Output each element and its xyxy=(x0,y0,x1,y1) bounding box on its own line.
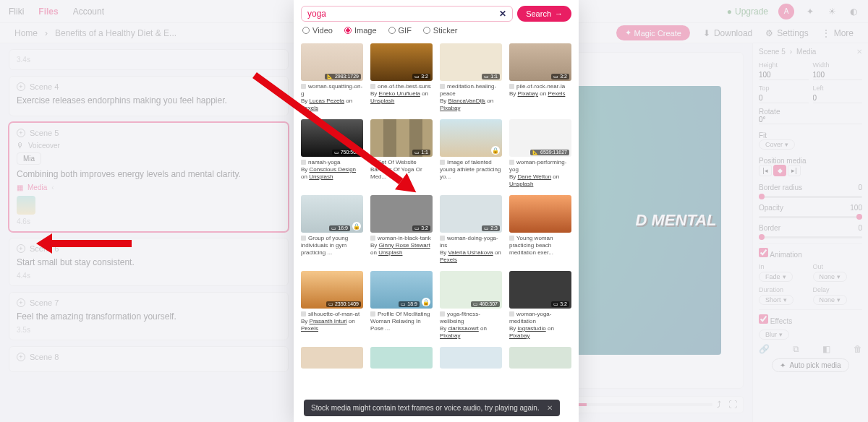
close-icon[interactable]: ✕ xyxy=(856,48,862,56)
layers-icon[interactable]: ◧ xyxy=(822,344,830,354)
magic-create-button[interactable]: ✦ Magic Create xyxy=(616,25,690,40)
scene-text: Exercise releases endorphins making you … xyxy=(17,95,281,106)
voice-chip[interactable]: Mia xyxy=(17,152,41,165)
scene-card-7[interactable]: +Scene 7 Feel the amazing transformation… xyxy=(9,292,289,340)
breadcrumb-home[interactable]: Home xyxy=(14,28,38,38)
add-icon[interactable]: + xyxy=(17,298,25,307)
result-item[interactable] xyxy=(370,347,433,369)
delay-select[interactable]: None ▾ xyxy=(813,295,848,305)
add-icon[interactable]: + xyxy=(17,244,25,253)
theme-icon[interactable]: ☀ xyxy=(826,6,838,17)
trash-icon[interactable]: 🗑 xyxy=(854,344,862,354)
scene-text[interactable]: Combining both improves energy levels an… xyxy=(17,169,281,179)
result-item[interactable] xyxy=(509,347,571,369)
upgrade-link[interactable]: ● Upgrade xyxy=(727,7,768,17)
add-icon[interactable]: + xyxy=(17,82,25,91)
out-label: Out xyxy=(813,263,863,270)
scene-card-8[interactable]: +Scene 8 xyxy=(9,346,289,372)
height-input[interactable] xyxy=(759,70,809,80)
share-icon[interactable]: ⤴ xyxy=(717,400,721,410)
border-label: Border xyxy=(759,224,780,232)
search-button[interactable]: Search → xyxy=(517,6,571,22)
fit-label: Fit xyxy=(759,132,862,139)
settings-button[interactable]: ⚙ Settings xyxy=(765,28,808,38)
result-item[interactable]: ▭ 750:503namah-yogaBy Conscious Design o… xyxy=(301,119,363,188)
tab-video[interactable]: Video xyxy=(302,26,333,35)
result-item[interactable] xyxy=(301,347,363,369)
snackbar: Stock media might contain text frames or… xyxy=(304,400,560,416)
scene-card-prev[interactable]: 3.4s xyxy=(9,49,289,70)
result-item[interactable]: 🔒▭ 18:9Profile Of Meditating Woman Relax… xyxy=(370,271,433,340)
result-item[interactable]: 📐 2983:1729woman-squatting-on-gBy Lucas … xyxy=(301,43,363,112)
scene-card-4[interactable]: +Scene 4 Exercise releases endorphins ma… xyxy=(9,76,289,116)
result-item[interactable]: Young woman practicing beach meditation … xyxy=(509,195,571,264)
result-item[interactable]: ▭ 2350:1409silhouette-of-man-atBy Prasan… xyxy=(301,271,363,340)
media-thumb[interactable] xyxy=(17,196,35,215)
search-box[interactable]: ✕ xyxy=(301,6,513,22)
clear-icon[interactable]: ✕ xyxy=(499,9,506,19)
result-item[interactable]: ▭ 3:2pile-of-rock-near-laBy Pixabay on P… xyxy=(509,43,571,112)
align-right[interactable]: ▸| xyxy=(788,165,801,176)
puzzle-icon[interactable]: ✦ xyxy=(804,6,816,17)
search-input[interactable] xyxy=(307,9,499,19)
result-item[interactable]: ▭ 3:2woman-in-black-tankBy Ginny Rose St… xyxy=(370,195,433,264)
result-item[interactable]: ▭ 1:1Set Of Website Banners Of Yoga Or M… xyxy=(370,119,433,188)
scene-card-5[interactable]: +Scene 5 🎙 Voiceover Mia Combining both … xyxy=(9,122,289,232)
width-input[interactable] xyxy=(813,70,863,80)
breadcrumb-project[interactable]: Benefits of a Healthy Diet & E... xyxy=(55,28,176,38)
link-icon[interactable]: 🔗 xyxy=(759,344,770,354)
position-segment[interactable]: |◂ ◆ ▸| xyxy=(759,165,862,176)
tab-sticker[interactable]: Sticker xyxy=(423,26,458,35)
border-slider[interactable] xyxy=(759,236,862,238)
effects-select[interactable]: Blur ▾ xyxy=(759,330,789,340)
scene-duration: 3.5s xyxy=(17,326,281,334)
fullscreen-icon[interactable]: ⛶ xyxy=(728,400,737,410)
out-select[interactable]: None ▾ xyxy=(813,272,848,282)
bradius-value: 0 xyxy=(858,184,862,191)
result-item[interactable]: 📐 6539:11627woman-performing-yogBy Dane … xyxy=(509,119,571,188)
dur-label: Duration xyxy=(759,286,809,293)
tab-image[interactable]: Image xyxy=(344,26,377,35)
top-input[interactable] xyxy=(759,93,809,103)
add-icon[interactable]: + xyxy=(17,129,25,137)
scene-card-6[interactable]: +Scene 6 Start small but stay consistent… xyxy=(9,238,289,286)
dur-select[interactable]: Short ▾ xyxy=(759,295,793,305)
result-item[interactable]: ▭ 3:2one-of-the-best-sunsBy Eneko Uruñue… xyxy=(370,43,433,112)
auto-pick-button[interactable]: ✦ Auto pick media xyxy=(772,358,848,372)
media-row[interactable]: ▦ Media‹ xyxy=(17,184,281,191)
bradius-slider[interactable] xyxy=(759,196,862,198)
nav-files[interactable]: Files xyxy=(38,7,58,17)
in-select[interactable]: Fade ▾ xyxy=(759,272,793,282)
result-item[interactable]: ▭ 1:1meditation-healing-peaceBy BiancaVa… xyxy=(440,43,502,112)
result-item[interactable]: ▭ 2:3woman-doing-yoga-insBy Valeria Usha… xyxy=(440,195,502,264)
close-icon[interactable]: ✕ xyxy=(547,404,553,412)
scene-duration: 3.4s xyxy=(17,56,281,64)
result-item[interactable]: ▭ 460:307yoga-fitness-wellbeingBy claris… xyxy=(440,271,502,340)
user-avatar[interactable]: A xyxy=(778,4,794,20)
result-item[interactable]: 🔒Image of talented young athlete practic… xyxy=(440,119,502,188)
border-value: 0 xyxy=(858,224,862,232)
copy-icon[interactable]: ⧉ xyxy=(793,344,799,354)
left-input[interactable] xyxy=(813,93,863,103)
add-icon[interactable]: + xyxy=(17,353,25,361)
scene-text: Feel the amazing transformation yourself… xyxy=(17,311,281,322)
brand-link[interactable]: Fliki xyxy=(9,7,24,17)
more-button[interactable]: ⋮ More xyxy=(822,28,854,38)
align-left[interactable]: |◂ xyxy=(759,165,772,176)
nav-account[interactable]: Account xyxy=(73,7,104,17)
align-center[interactable]: ◆ xyxy=(773,165,786,176)
voiceover-row[interactable]: 🎙 Voiceover xyxy=(17,142,281,150)
scene-list: 3.4s +Scene 4 Exercise releases endorphi… xyxy=(0,43,293,422)
download-button[interactable]: ⬇ Download xyxy=(703,28,752,38)
effects-toggle[interactable]: Effects xyxy=(759,314,792,325)
fit-select[interactable]: Cover ▾ xyxy=(759,139,795,150)
rotate-input[interactable] xyxy=(759,116,862,124)
result-item[interactable]: ▭ 3:2woman-yoga-meditationBy lograstudio… xyxy=(509,271,571,340)
result-item[interactable]: 🔒▭ 16:9Group of young individuals in gym… xyxy=(301,195,363,264)
animation-toggle[interactable]: Animation xyxy=(759,248,802,259)
opacity-slider[interactable] xyxy=(759,216,862,218)
height-label: Height xyxy=(759,61,809,69)
help-icon[interactable]: ◐ xyxy=(848,6,859,17)
result-item[interactable] xyxy=(440,347,502,369)
tab-gif[interactable]: GIF xyxy=(388,26,412,35)
